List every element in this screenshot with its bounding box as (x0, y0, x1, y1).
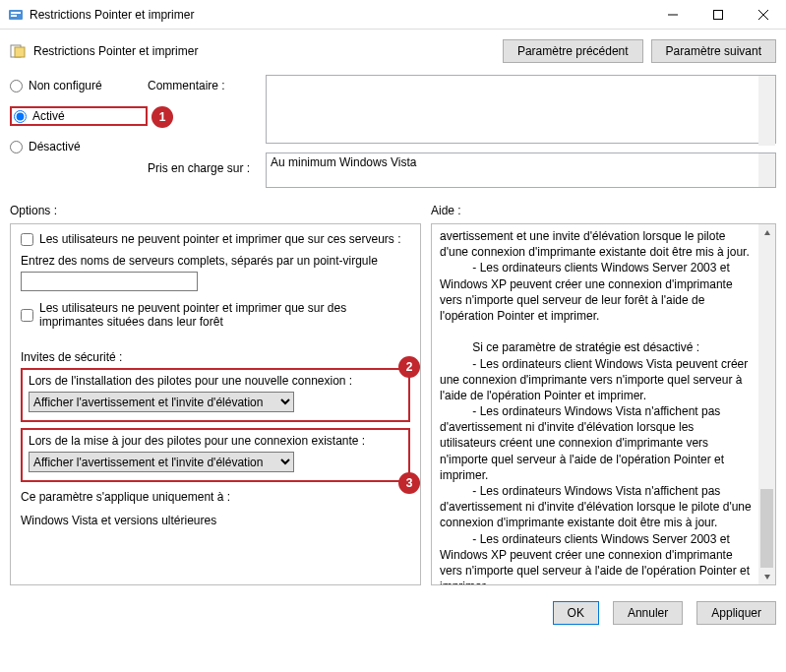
info-column: Au minimum Windows Vista (266, 75, 776, 188)
install-driver-group: 2 Lors de l'installation des pilotes pou… (21, 368, 410, 422)
scroll-up-button[interactable] (758, 224, 775, 241)
header-title: Restrictions Pointer et imprimer (33, 44, 495, 58)
update-driver-select[interactable]: Afficher l'avertissement et l'invite d'é… (29, 452, 294, 472)
app-icon (8, 7, 24, 23)
scroll-thumb[interactable] (760, 489, 773, 568)
comment-label: Commentaire : (148, 79, 266, 92)
update-driver-label: Lors de la mise à jour des pilotes pour … (29, 434, 402, 448)
applies-only-value: Windows Vista et versions ultérieures (21, 514, 410, 527)
radio-enabled-highlight: Activé 1 (10, 106, 148, 126)
svg-marker-10 (764, 135, 770, 140)
titlebar: Restrictions Pointer et imprimer (0, 0, 786, 30)
svg-rect-8 (15, 47, 25, 57)
checkbox-label: Les utilisateurs ne peuvent pointer et i… (39, 301, 410, 329)
supported-label: Pris en charge sur : (148, 161, 266, 175)
header-row: Restrictions Pointer et imprimer Paramèt… (0, 30, 786, 75)
maximize-button[interactable] (695, 0, 741, 30)
scroll-up-icon (763, 164, 771, 172)
svg-rect-1 (11, 12, 21, 14)
radio-enabled[interactable]: Activé (14, 109, 65, 123)
server-names-hint: Entrez des noms de serveurs complets, sé… (21, 254, 410, 268)
callout-2: 2 (398, 356, 420, 378)
radio-disabled[interactable]: Désactivé (10, 140, 148, 153)
applies-only-label: Ce paramètre s'applique uniquement à : (21, 490, 410, 504)
close-button[interactable] (741, 0, 786, 30)
radio-label: Désactivé (29, 140, 81, 153)
help-panel: avertissement et une invite d'élévation … (431, 223, 776, 585)
section-headings: Options : Aide : (0, 198, 786, 219)
checkbox-forest-only[interactable]: Les utilisateurs ne peuvent pointer et i… (21, 301, 410, 329)
scroll-down-icon (763, 174, 771, 182)
update-driver-group: 3 Lors de la mise à jour des pilotes pou… (21, 428, 410, 482)
scroll-track[interactable] (758, 241, 775, 489)
apply-button[interactable]: Appliquer (696, 601, 776, 625)
svg-marker-13 (764, 230, 770, 235)
ok-button[interactable]: OK (553, 601, 599, 625)
dialog-footer: OK Annuler Appliquer (0, 593, 786, 633)
comment-textarea[interactable] (266, 75, 776, 144)
window-title: Restrictions Pointer et imprimer (30, 8, 650, 22)
minimize-button[interactable] (650, 0, 695, 30)
radio-not-configured[interactable]: Non configuré (10, 79, 148, 92)
svg-marker-11 (764, 165, 770, 170)
panels-row: Les utilisateurs ne peuvent pointer et i… (0, 219, 786, 593)
label-column: Commentaire : Pris en charge sur : (148, 75, 266, 188)
checkbox-label: Les utilisateurs ne peuvent pointer et i… (39, 232, 401, 246)
scroll-down-icon (763, 133, 771, 141)
options-panel: Les utilisateurs ne peuvent pointer et i… (10, 223, 421, 585)
radio-label: Non configuré (29, 79, 102, 92)
svg-rect-2 (11, 15, 17, 17)
callout-3: 3 (398, 472, 420, 494)
supported-on-box: Au minimum Windows Vista (266, 153, 776, 188)
svg-marker-12 (764, 176, 770, 181)
help-text: avertissement et une invite d'élévation … (440, 228, 773, 585)
scroll-down-button[interactable] (758, 568, 775, 584)
top-config-grid: Non configuré Activé 1 Désactivé Comment… (0, 75, 786, 198)
cancel-button[interactable]: Annuler (613, 601, 683, 625)
previous-setting-button[interactable]: Paramètre précédent (503, 39, 643, 63)
supported-on-value: Au minimum Windows Vista (271, 155, 417, 169)
checkbox-servers-only[interactable]: Les utilisateurs ne peuvent pointer et i… (21, 232, 410, 246)
svg-marker-14 (764, 575, 770, 580)
help-scrollbar[interactable] (758, 224, 775, 584)
install-driver-label: Lors de l'installation des pilotes pour … (29, 374, 402, 388)
server-names-input[interactable] (21, 272, 198, 291)
svg-marker-9 (764, 82, 770, 87)
options-heading: Options : (10, 204, 431, 217)
state-radio-group: Non configuré Activé 1 Désactivé (10, 75, 148, 188)
next-setting-button[interactable]: Paramètre suivant (651, 39, 776, 63)
install-driver-select[interactable]: Afficher l'avertissement et l'invite d'é… (29, 392, 294, 412)
scroll-up-icon (763, 81, 771, 89)
callout-1: 1 (151, 106, 173, 128)
svg-rect-4 (714, 10, 723, 19)
help-heading: Aide : (431, 204, 461, 217)
policy-icon (10, 43, 26, 59)
security-prompts-label: Invites de sécurité : (21, 350, 410, 364)
radio-label: Activé (32, 109, 65, 123)
